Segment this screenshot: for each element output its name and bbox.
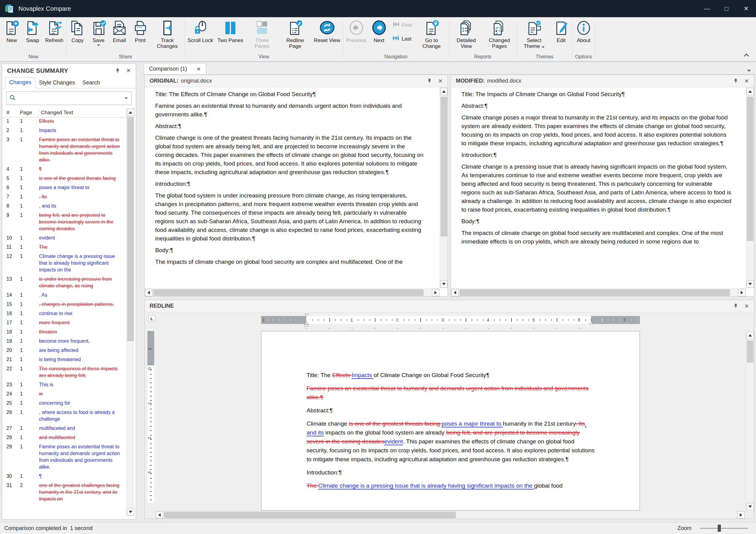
two-panes-button[interactable]: Two Panes: [215, 18, 245, 44]
original-vertical-scrollbar[interactable]: [440, 88, 447, 288]
change-row[interactable]: 141. As: [2, 290, 126, 300]
redline-horizontal-scrollbar[interactable]: [155, 511, 745, 519]
last-button[interactable]: Last: [392, 35, 412, 42]
pin-icon[interactable]: [733, 304, 738, 308]
first-button[interactable]: First: [392, 21, 412, 29]
original-horizontal-scrollbar[interactable]: [145, 288, 440, 296]
scroll-down-icon[interactable]: [746, 503, 754, 510]
original-document[interactable]: Title: The Effects of Climate Change on …: [145, 88, 439, 288]
tab-search[interactable]: Search: [79, 78, 103, 88]
zoom-slider[interactable]: [700, 524, 748, 532]
change-row[interactable]: 261, where access to food is already a c…: [2, 408, 126, 424]
change-row[interactable]: 251concerning for: [2, 399, 126, 408]
scrollbar-thumb[interactable]: [153, 289, 424, 296]
maximize-button[interactable]: □: [717, 0, 736, 17]
swap-button[interactable]: Swap: [22, 18, 43, 44]
change-row[interactable]: 11Effects: [2, 117, 126, 126]
scrollbar-thumb[interactable]: [127, 117, 134, 341]
change-row[interactable]: 121Climate change is a pressing issue th…: [2, 252, 126, 275]
changed-pages-button[interactable]: Changed Pages: [483, 18, 516, 50]
print-button[interactable]: Print: [130, 18, 151, 44]
scroll-left-icon[interactable]: [145, 289, 152, 296]
scroll-up-icon[interactable]: [746, 332, 754, 339]
change-row[interactable]: 312one of the greatest challenges facing…: [2, 481, 126, 504]
tab-style-changes[interactable]: Style Changes: [35, 78, 79, 88]
change-row[interactable]: 231This is: [2, 380, 126, 389]
change-row[interactable]: 171more frequent: [2, 318, 126, 327]
email-button[interactable]: Email: [109, 18, 130, 44]
redline-vertical-scrollbar[interactable]: [746, 331, 754, 511]
change-row[interactable]: 271multifaceted and: [2, 424, 126, 433]
pin-icon[interactable]: [115, 68, 120, 73]
change-row[interactable]: 241in: [2, 389, 126, 399]
scroll-down-icon[interactable]: [746, 280, 754, 288]
scroll-up-icon[interactable]: [746, 88, 754, 95]
horizontal-ruler[interactable]: 11234567: [261, 316, 640, 324]
edit-button[interactable]: Edit: [551, 18, 572, 44]
change-row[interactable]: 21Impacts: [2, 126, 126, 135]
collapse-ribbon-icon[interactable]: [744, 52, 749, 58]
save-dropdown-arrow-icon[interactable]: [97, 44, 100, 46]
scroll-right-icon[interactable]: [738, 289, 745, 296]
change-row[interactable]: 71. Its: [2, 192, 126, 201]
change-row[interactable]: 291Famine poses an existential threat to…: [2, 442, 126, 472]
scrollbar-thumb[interactable]: [441, 97, 447, 236]
theme-dropdown-arrow-icon[interactable]: [542, 46, 545, 48]
search-combobox[interactable]: [7, 92, 131, 105]
change-row[interactable]: 211is being threatened: [2, 355, 126, 364]
close-pane-icon[interactable]: ✕: [744, 78, 749, 84]
copy-button[interactable]: Copy: [67, 18, 88, 44]
go-to-change-button[interactable]: Go to Change: [415, 18, 448, 50]
column-page[interactable]: Page: [20, 108, 39, 117]
search-dropdown-icon[interactable]: [124, 97, 128, 99]
column-changed-text[interactable]: Changed Text: [39, 108, 126, 117]
reset-view-button[interactable]: Reset View: [312, 18, 342, 44]
change-row[interactable]: 301¶: [2, 472, 126, 481]
modified-document[interactable]: Title: The Impacts of Climate Change on …: [451, 88, 745, 288]
three-panes-button[interactable]: Three Panes: [245, 18, 279, 50]
tab-changes[interactable]: Changes: [5, 77, 35, 89]
scroll-up-icon[interactable]: [440, 88, 447, 95]
search-input[interactable]: [18, 95, 122, 102]
scrollbar-thumb[interactable]: [164, 512, 456, 518]
track-changes-button[interactable]: Track Changes: [151, 18, 184, 50]
next-button[interactable]: Next: [369, 18, 390, 44]
tab-list-dropdown-icon[interactable]: [747, 70, 751, 72]
redline-page-button[interactable]: Redline Page: [279, 18, 312, 50]
modified-horizontal-scrollbar[interactable]: [451, 288, 746, 296]
scroll-lock-button[interactable]: Scroll Lock: [186, 18, 215, 44]
first-line-indent-marker[interactable]: [304, 313, 309, 317]
close-button[interactable]: ✕: [736, 0, 756, 17]
change-row[interactable]: 31Famine poses an existential threat to …: [2, 135, 126, 165]
column-number[interactable]: #: [7, 108, 20, 117]
new-button[interactable]: New: [1, 18, 22, 44]
tab-comparison[interactable]: Comparison (1) ✕: [144, 63, 206, 74]
change-row[interactable]: 281and multifaceted: [2, 433, 126, 442]
change-row[interactable]: 151, changes in precipitation patterns,: [2, 300, 126, 309]
tab-close-icon[interactable]: ✕: [196, 66, 201, 72]
scrollbar-thumb[interactable]: [747, 340, 754, 363]
right-indent-marker[interactable]: [589, 322, 593, 325]
zoom-slider-track[interactable]: [700, 528, 748, 529]
change-row[interactable]: 81, and its: [2, 201, 126, 211]
about-button[interactable]: About: [573, 18, 594, 44]
scroll-up-icon[interactable]: [127, 109, 134, 116]
scroll-right-icon[interactable]: [737, 511, 744, 519]
close-panel-icon[interactable]: ✕: [126, 68, 131, 73]
refresh-button[interactable]: Refresh: [43, 18, 66, 44]
scroll-down-icon[interactable]: [127, 508, 134, 516]
change-row[interactable]: 61poses a major threat to: [2, 183, 126, 192]
change-list-scrollbar[interactable]: [126, 108, 134, 516]
tab-alignment-selector[interactable]: L: [148, 315, 155, 322]
scrollbar-thumb[interactable]: [460, 289, 730, 296]
detailed-view-button[interactable]: Detailed View: [450, 18, 483, 50]
modified-vertical-scrollbar[interactable]: [746, 88, 754, 288]
scroll-right-icon[interactable]: [432, 289, 439, 296]
change-row[interactable]: 221The consequences of these impacts are…: [2, 364, 126, 380]
select-theme-button[interactable]: Select Theme: [518, 18, 551, 50]
change-row[interactable]: 91being felt, and are projected to becom…: [2, 211, 126, 233]
scroll-down-icon[interactable]: [440, 280, 447, 288]
redline-document[interactable]: Title: The Effects Impacts of Climate Ch…: [307, 371, 595, 494]
change-row[interactable]: 41¶: [2, 165, 126, 174]
previous-button[interactable]: Previous: [344, 18, 368, 44]
